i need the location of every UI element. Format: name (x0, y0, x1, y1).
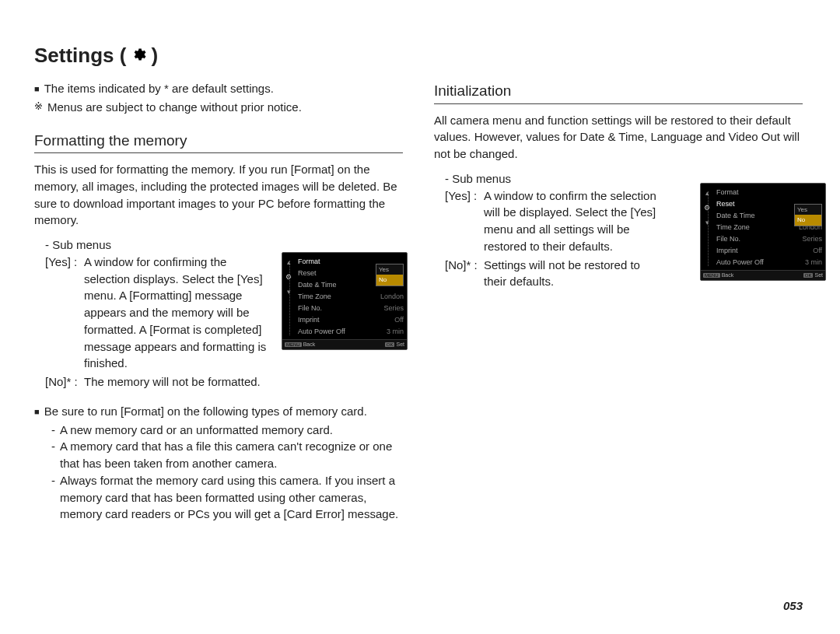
intro-text-2: Menus are subject to change without prio… (47, 99, 302, 116)
lcd-row-label: Format (716, 187, 739, 198)
lcd-row-label: File No. (716, 234, 740, 244)
submenu-yes-key: [Yes] : (445, 187, 481, 255)
format-note-item: A memory card that has a file this camer… (51, 438, 403, 472)
lcd-popup: Yes No (376, 264, 404, 286)
title-suffix: ) (151, 44, 158, 68)
lcd-footer-back: Back (722, 272, 734, 278)
format-note-item: Always format the memory card using this… (51, 472, 403, 523)
gear-icon (131, 47, 146, 65)
lcd-popup-option-selected: No (795, 215, 821, 226)
lcd-row-label: Auto Power Off (716, 257, 764, 268)
lcd-footer-back: Back (303, 342, 316, 347)
format-note-lead: Be sure to run [Format] on the following… (34, 403, 403, 420)
format-note-lead-text: Be sure to run [Format] on the following… (44, 403, 367, 420)
submenu-yes-desc: A window to confirm the selection will b… (484, 187, 661, 255)
lcd-row-label: Reset (716, 199, 735, 209)
lcd-row-label: File No. (298, 303, 322, 313)
lcd-footer-set: Set (814, 272, 823, 278)
submenus-label-left: - Sub menus (45, 236, 403, 254)
lcd-row-label: Imprint (716, 246, 738, 256)
lcd-row-label: Reset (298, 268, 317, 278)
intro-text-1: The items indicated by * are default set… (44, 80, 274, 97)
lcd-screenshot-format: ▴ ⚙ ▾ Format Reset Date & Time Time Zone… (282, 252, 408, 350)
lcd-popup-option-selected: No (376, 275, 403, 285)
lcd-row-label: Date & Time (298, 280, 337, 290)
lcd-row-label: Time Zone (716, 222, 750, 233)
lcd-row-label: Auto Power Off (298, 327, 345, 337)
submenu-no-key: [No]* : (445, 257, 481, 291)
lcd-footer-set: Set (396, 342, 404, 347)
submenu-yes-key: [Yes] : (45, 254, 81, 372)
page-number: 053 (783, 599, 803, 612)
gear-icon: ⚙ (704, 203, 710, 213)
submenu-no-key: [No]* : (45, 373, 81, 391)
lcd-popup: Yes No (794, 204, 822, 226)
format-note-item: A new memory card or an unformatted memo… (51, 422, 403, 439)
lcd-row-label: Time Zone (298, 292, 331, 302)
heading-formatting: Formatting the memory (34, 130, 403, 154)
intro-line-2: Menus are subject to change without prio… (34, 99, 403, 116)
title-prefix: Settings ( (34, 44, 126, 68)
lcd-screenshot-reset: ▴ ⚙ ▾ Format Reset Date & Time Time Zone… (700, 183, 826, 281)
lcd-popup-option: Yes (376, 264, 403, 275)
initialization-paragraph: All camera menu and function settings wi… (434, 112, 803, 163)
right-column: Initialization All camera menu and funct… (434, 79, 803, 523)
heading-initialization: Initialization (434, 80, 803, 104)
formatting-paragraph: This is used for formatting the memory. … (34, 161, 403, 229)
gear-icon: ⚙ (285, 272, 292, 282)
lcd-popup-option: Yes (795, 205, 821, 215)
submenu-no-desc: Settings will not be restored to their d… (484, 257, 661, 291)
intro-line-1: The items indicated by * are default set… (34, 80, 403, 97)
lcd-row-label: Date & Time (716, 211, 755, 221)
lcd-row-label: Format (298, 257, 320, 267)
lcd-row-label: Imprint (298, 315, 320, 325)
submenu-no-desc: The memory will not be formatted. (84, 373, 269, 391)
left-column: The items indicated by * are default set… (34, 79, 403, 523)
submenu-yes-desc: A window for confirming the selection di… (84, 254, 269, 372)
lcd-menu-list: Format Reset Date & Time Time ZoneLondon… (713, 184, 825, 270)
page-title: Settings ( ) (34, 44, 803, 68)
